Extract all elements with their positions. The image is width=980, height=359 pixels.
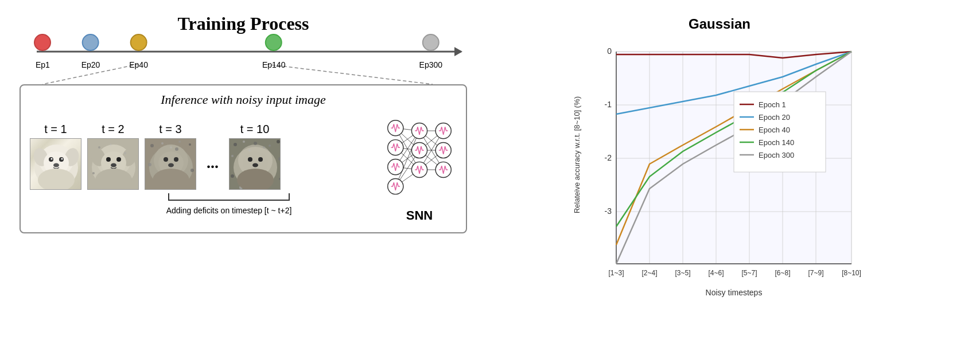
svg-point-34 [189, 143, 191, 146]
svg-point-49 [234, 143, 237, 146]
svg-point-9 [51, 158, 53, 159]
t3-block: t = 3 [145, 123, 196, 190]
svg-point-20 [116, 157, 121, 162]
timeline: Ep1 Ep20 Ep40 Ep140 [20, 39, 467, 64]
t3-image [145, 138, 196, 190]
epoch-20-label: Ep20 [81, 60, 100, 69]
svg-text:Epoch 140: Epoch 140 [759, 138, 794, 147]
svg-text:Epoch 20: Epoch 20 [759, 113, 790, 122]
epoch-40-circle [130, 34, 147, 51]
svg-point-94 [411, 162, 427, 177]
timestep-images-row: t = 1 [30, 123, 376, 190]
svg-point-43 [174, 157, 178, 162]
epoch-1-circle [34, 34, 51, 51]
svg-point-39 [178, 141, 181, 143]
svg-point-92 [411, 123, 427, 139]
svg-point-32 [161, 142, 164, 145]
svg-line-1 [266, 64, 433, 84]
svg-text:Epoch 1: Epoch 1 [759, 100, 786, 109]
snn-diagram [382, 114, 457, 206]
svg-point-96 [435, 142, 451, 158]
svg-text:[1~3]: [1~3] [608, 269, 624, 277]
dots: ... [202, 140, 223, 172]
epoch-20-marker: Ep20 [81, 34, 100, 69]
svg-point-21 [98, 146, 100, 149]
t1-label: t = 1 [44, 123, 67, 136]
svg-text:-2: -2 [605, 153, 612, 162]
chart-wrapper: 0 -1 -2 -3 [1~3] [2~4] [3~5] [4~6] [5~7]… [570, 34, 869, 310]
epoch-300-label: Ep300 [419, 60, 442, 69]
svg-point-44 [168, 163, 174, 167]
timeline-row: Ep1 Ep20 Ep40 Ep140 [25, 39, 461, 64]
left-panel: Training Process Ep1 Ep20 Ep4 [20, 13, 467, 233]
svg-point-10 [61, 158, 63, 159]
snn-label: SNN [406, 208, 433, 223]
svg-point-63 [248, 157, 252, 162]
svg-text:[5~7]: [5~7] [741, 269, 757, 277]
t10-label: t = 10 [240, 123, 270, 136]
right-panel: Gaussian [479, 13, 960, 346]
svg-point-91 [388, 178, 403, 194]
epoch-300-circle [422, 34, 440, 51]
inference-box: Inference with noisy input image t = 1 [20, 84, 467, 233]
epoch-140-label: Ep140 [262, 60, 285, 69]
epoch-40-label: Ep40 [129, 60, 148, 69]
svg-point-42 [164, 157, 168, 162]
svg-text:[3~5]: [3~5] [675, 269, 690, 277]
bracket-label: Adding deficits on timestep [t ~ t+2] [166, 206, 292, 215]
epoch-40-marker: Ep40 [129, 34, 148, 69]
svg-point-89 [388, 140, 403, 155]
t10-block: t = 10 [229, 123, 281, 190]
svg-point-22 [124, 152, 126, 154]
epoch-1-label: Ep1 [36, 60, 50, 69]
svg-text:-1: -1 [605, 100, 612, 109]
svg-point-54 [231, 155, 234, 157]
t2-label: t = 2 [102, 123, 124, 136]
svg-point-93 [411, 142, 427, 158]
svg-text:-3: -3 [605, 206, 612, 216]
svg-point-90 [388, 159, 403, 175]
svg-point-97 [435, 162, 451, 177]
svg-point-50 [243, 141, 245, 143]
svg-text:[4~6]: [4~6] [708, 269, 724, 277]
svg-point-88 [388, 120, 403, 136]
epoch-140-marker: Ep140 [262, 34, 285, 69]
svg-point-33 [175, 147, 178, 151]
svg-text:Noisy timesteps: Noisy timesteps [706, 288, 763, 297]
svg-text:Epoch 300: Epoch 300 [759, 151, 794, 159]
svg-point-65 [252, 163, 258, 167]
timeline-line [37, 51, 461, 53]
svg-point-35 [148, 163, 151, 166]
svg-point-52 [269, 145, 271, 147]
svg-point-56 [231, 174, 234, 178]
svg-text:Relateive accuracy w.r.t. [8~1: Relateive accuracy w.r.t. [8~10] (%) [573, 96, 581, 213]
epoch-300-marker: Ep300 [419, 34, 442, 69]
svg-point-11 [53, 163, 59, 167]
t1-image [30, 138, 81, 190]
svg-point-40 [170, 146, 172, 149]
t1-block: t = 1 [30, 123, 81, 190]
bracket-svg [166, 192, 292, 202]
svg-point-61 [263, 146, 265, 149]
chart-svg: 0 -1 -2 -3 [1~3] [2~4] [3~5] [4~6] [5~7]… [570, 34, 869, 310]
inference-title: Inference with noisy input image [30, 92, 457, 107]
svg-text:[2~4]: [2~4] [641, 269, 657, 277]
epoch-20-circle [82, 34, 99, 51]
svg-point-19 [106, 157, 111, 162]
svg-point-60 [248, 149, 251, 151]
timeline-arrow [454, 47, 462, 56]
svg-point-26 [111, 163, 116, 167]
svg-text:[8~10]: [8~10] [842, 269, 861, 277]
svg-text:[7~9]: [7~9] [808, 269, 823, 277]
svg-point-95 [435, 123, 451, 139]
snn-area: SNN [382, 114, 457, 223]
svg-point-53 [277, 140, 280, 143]
svg-text:Epoch 40: Epoch 40 [759, 126, 790, 134]
svg-point-51 [254, 142, 257, 145]
t2-block: t = 2 [87, 123, 139, 190]
svg-point-36 [190, 169, 194, 172]
epoch-140-circle [265, 34, 282, 51]
svg-text:[6~8]: [6~8] [775, 269, 790, 277]
bracket-area: Adding deficits on timestep [t ~ t+2] [81, 192, 376, 215]
inference-content: t = 1 [30, 114, 457, 223]
